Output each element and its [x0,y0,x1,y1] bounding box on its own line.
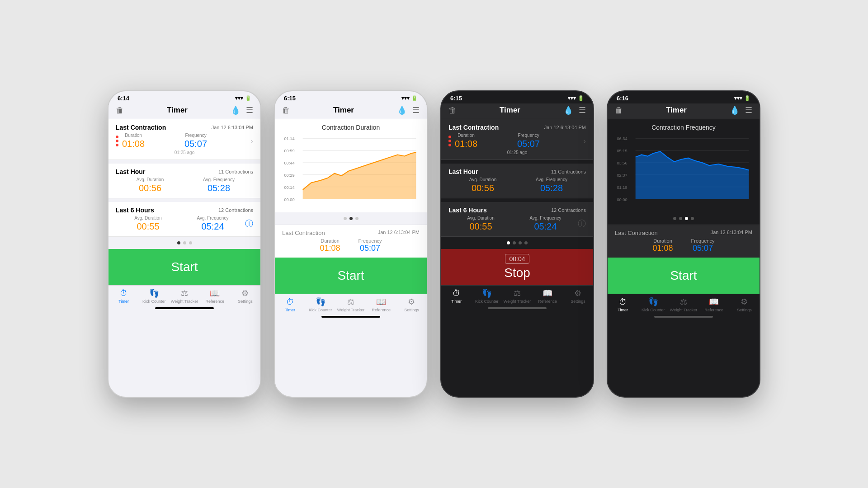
status-bar-4: 6:16 ▾▾▾ 🔋 [608,91,760,103]
battery-icon-4: 🔋 [744,95,750,101]
tab-weight-3[interactable]: ⚖ Weight Tracker [502,288,532,304]
battery-icon-2: 🔋 [411,95,418,101]
header-2: 🗑 Timer 💧 ☰ [275,103,427,119]
svg-text:00:44: 00:44 [284,161,294,165]
tab-bar-3: ⏱ Timer 👣 Kick Counter ⚖ Weight Tracker … [441,285,593,305]
tab-settings-3[interactable]: ⚙ Settings [563,288,593,304]
battery-icon-3: 🔋 [578,95,584,101]
header-1: 🗑 Timer 💧 ☰ [108,103,260,119]
tab-settings-2[interactable]: ⚙ Settings [396,297,427,312]
list-icon-3[interactable]: ☰ [579,105,586,115]
tab-settings-4[interactable]: ⚙ Settings [729,297,760,312]
time-3: 6:15 [450,95,462,102]
tab-weight-2[interactable]: ⚖ Weight Tracker [335,297,366,312]
home-indicator-4 [654,316,713,318]
duration-val-1: 01:08 [122,139,145,149]
dot-4-1 [679,217,682,220]
svg-text:00:59: 00:59 [284,149,294,153]
drop-icon-4[interactable]: 💧 [730,105,740,115]
ago-1: 01:25 ago [116,150,253,155]
trash-icon-2[interactable]: 🗑 [282,106,290,115]
chart-title-2: Contraction Duration [282,124,420,131]
list-icon-1[interactable]: ☰ [246,105,253,115]
drop-icon-3[interactable]: 💧 [563,105,573,115]
tab-kick-3[interactable]: 👣 Kick Counter [472,288,502,304]
lc-label-1: Last Contraction [116,124,166,131]
chevron-3[interactable]: › [583,136,586,146]
svg-text:06:34: 06:34 [617,136,627,141]
tab-timer-1[interactable]: ⏱ Timer [108,289,139,304]
dot-1-0 [177,241,180,244]
drop-icon-2[interactable]: 💧 [397,105,407,115]
trash-icon-3[interactable]: 🗑 [448,106,457,115]
svg-text:03:56: 03:56 [617,161,627,165]
last-contraction-3: Last Contraction Jan 12 6:13:04 PM Durat… [441,119,593,160]
dot-4-0 [673,217,676,220]
svg-text:00:00: 00:00 [284,197,294,202]
tab-timer-2[interactable]: ⏱ Timer [275,297,305,312]
title-3: Timer [500,106,520,115]
info-btn-1[interactable]: ⓘ [245,218,253,229]
stop-button-3[interactable]: 00:04 Stop [441,249,593,285]
tab-kick-1[interactable]: 👣 Kick Counter [139,288,169,304]
time-1: 6:14 [118,95,129,102]
timer-display-3: 00:04 [505,254,529,264]
last-6h-1: Last 6 Hours 12 Contractions Avg. Durati… [108,202,260,237]
home-indicator-2 [321,316,380,318]
wifi-icon-3: ▾▾▾ [568,95,576,101]
list-icon-2[interactable]: ☰ [412,105,420,115]
tab-bar-4: ⏱ Timer 👣 Kick Counter ⚖ Weight Tracker … [608,294,760,314]
chevron-1[interactable]: › [250,136,253,146]
last-contraction-1: Last Contraction Jan 12 6:13:04 PM Durat… [108,119,260,160]
start-button-4[interactable]: Start [608,258,760,294]
frequency-block-1: Frequency 05:07 [145,133,247,149]
tab-ref-3[interactable]: 📖 Reference [533,288,563,304]
tab-icon-ref-1: 📖 [210,288,220,298]
start-button-1[interactable]: Start [108,249,260,285]
tab-ref-1[interactable]: 📖 Reference [200,288,230,304]
dot-4-2 [685,217,688,220]
start-button-2[interactable]: Start [275,258,427,294]
svg-text:00:14: 00:14 [284,185,294,190]
phone-4: 6:16 ▾▾▾ 🔋 🗑 Timer 💧 ☰ Contraction Frequ… [607,90,760,398]
status-bar-1: 6:14 ▾▾▾ 🔋 [108,91,260,103]
last-6h-3: Last 6 Hours 12 Contractions Avg. Durati… [441,202,593,237]
home-indicator-1 [155,307,214,309]
tab-kick-4[interactable]: 👣 Kick Counter [638,297,668,312]
dot-3-1 [513,241,516,244]
tab-ref-4[interactable]: 📖 Reference [699,297,729,312]
battery-icon-1: 🔋 [245,95,251,101]
dot-2-2 [355,217,359,220]
title-4: Timer [666,106,687,115]
drop-icon-1[interactable]: 💧 [231,105,241,115]
tab-timer-4[interactable]: ⏱ Timer [608,297,638,312]
trash-icon-1[interactable]: 🗑 [116,106,124,115]
time-4: 6:16 [617,95,628,102]
trash-icon-4[interactable]: 🗑 [615,106,623,115]
status-icons-4: ▾▾▾ 🔋 [734,95,750,101]
status-icons-2: ▾▾▾ 🔋 [401,95,418,101]
chart-area-4: Contraction Frequency 06:34 05:15 03:56 … [608,119,760,212]
tab-weight-1[interactable]: ⚖ Weight Tracker [169,288,199,304]
gap-3a [441,160,593,164]
dot-3-0 [507,241,510,244]
info-btn-3[interactable]: ⓘ [578,218,586,229]
header-actions-3: 💧 ☰ [563,105,586,115]
dot-3-2 [519,241,522,244]
home-indicator-3 [488,307,547,309]
red-dots-1 [116,136,118,146]
chart-svg-4: 06:34 05:15 03:56 02:37 01:18 00:00 [615,134,752,206]
tab-settings-1[interactable]: ⚙ Settings [230,288,260,304]
phone-1: 6:14 ▾▾▾ 🔋 🗑 Timer 💧 ☰ Last Contraction … [108,90,261,398]
tab-timer-3[interactable]: ⏱ Timer [441,289,472,304]
tab-kick-2[interactable]: 👣 Kick Counter [305,297,335,312]
svg-text:01:14: 01:14 [284,136,294,141]
list-icon-4[interactable]: ☰ [745,105,752,115]
last-hour-3: Last Hour 11 Contractions Avg. Duration … [441,164,593,198]
lc-footer-2: Last Contraction Jan 12 6:13:04 PM Durat… [275,225,427,258]
tab-weight-4[interactable]: ⚖ Weight Tracker [668,297,698,312]
dot-2-1 [349,217,353,220]
time-2: 6:15 [284,95,296,102]
tab-ref-2[interactable]: 📖 Reference [366,297,396,312]
gap-3b [441,198,593,202]
